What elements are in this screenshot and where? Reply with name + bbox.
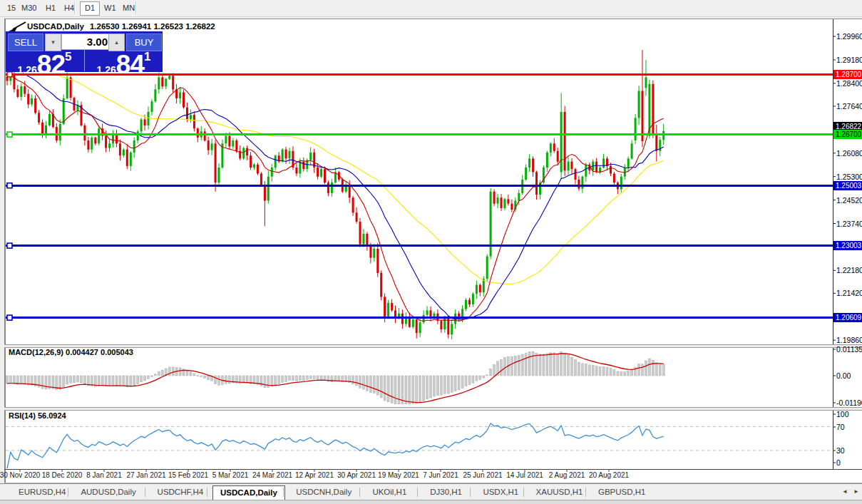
hline-price-tag: 1.20609 <box>833 313 862 322</box>
chart-tab-usdcad[interactable]: USDCAD,Daily <box>212 485 285 500</box>
macd-scale-label: -0.01190 <box>836 398 862 407</box>
price-axis-label: 1.19860 <box>836 336 862 344</box>
tab-separator <box>470 488 471 497</box>
price-axis-label: 1.26080 <box>836 149 862 158</box>
chart-ohlc-values: 1.26530 1.26941 1.26523 1.26822 <box>90 22 215 31</box>
rsi-label: RSI(14) 56.0924 <box>9 411 66 420</box>
price-axis-label: 1.29180 <box>836 56 862 64</box>
price-axis-label: 1.25300 <box>836 173 862 181</box>
price-axis-label: 1.24520 <box>836 196 862 205</box>
tab-separator <box>359 488 360 497</box>
buy-price: 1.26841 <box>85 50 163 72</box>
sell-price-big: 82 <box>37 50 65 79</box>
hline-handle[interactable] <box>7 243 12 248</box>
rsi-scale-label: 100 <box>836 410 849 418</box>
rsi-scale-label: 0 <box>836 458 841 467</box>
volume-input[interactable]: 3.00 <box>61 34 113 50</box>
chart-title: USDCAD,Daily1.26530 1.26941 1.26523 1.26… <box>27 22 221 31</box>
rsi-scale-label: 30 <box>836 446 845 455</box>
hline-price-tag: 1.28700 <box>833 70 862 79</box>
sell-price: 1.26825 <box>6 50 83 72</box>
price-axis-label: 1.22180 <box>836 266 862 274</box>
price-axis-label: 1.27640 <box>836 102 862 110</box>
hline-handle[interactable] <box>7 72 12 77</box>
hline-price-tag: 1.25003 <box>833 181 862 190</box>
buy-button[interactable]: BUY <box>126 34 162 51</box>
tabs-scroll-left-icon[interactable]: ◄ <box>842 488 848 495</box>
chevron-down-icon: ▾ <box>51 38 55 46</box>
buy-price-pipette: 1 <box>144 50 150 63</box>
chart-tab-usdchf[interactable]: USDCHF,H4 <box>150 485 211 499</box>
chart-tab-eurusd[interactable]: EURUSD,H4 <box>11 485 73 499</box>
volume-decrease-button[interactable]: ▾ <box>45 34 61 51</box>
price-axis-label: 1.29960 <box>836 32 862 41</box>
macd-scale-label: 0.01135 <box>836 345 862 354</box>
chart-tab-usdcnh[interactable]: USDCNH,Daily <box>289 485 359 499</box>
tabs-scroll-right-icon[interactable]: ► <box>853 488 859 495</box>
hline-handle[interactable] <box>7 315 12 320</box>
rsi-panel-splitter[interactable] <box>4 407 862 411</box>
date-axis-label: 20 Aug 2021 <box>577 471 641 479</box>
chart-tabbar: ◄ ► EURUSD,H4AUDUSD,DailyUSDCHF,H4USDCAD… <box>0 484 862 500</box>
volume-increase-button[interactable]: ▴ <box>108 34 125 51</box>
chart-tab-audusd[interactable]: AUDUSD,Daily <box>73 485 143 499</box>
chart-tab-usdx[interactable]: USDX,H1 <box>476 485 525 499</box>
chart-tab-dj30[interactable]: DJ30,H1 <box>423 485 469 499</box>
tab-separator <box>68 488 68 497</box>
sell-price-pipette: 5 <box>65 50 71 63</box>
hline-price-tag: 1.23003 <box>833 241 862 250</box>
hline-handle[interactable] <box>7 132 12 137</box>
chart-tab-ukoil[interactable]: UKOil,H1 <box>365 485 414 499</box>
chart-tab-gbpusd[interactable]: GBPUSD,H1 <box>591 485 652 499</box>
tab-separator <box>523 488 524 497</box>
chart-symbol-label: USDCAD,Daily <box>27 22 84 31</box>
sell-button[interactable]: SELL <box>8 34 43 51</box>
tab-separator <box>207 488 207 497</box>
rsi-scale-label: 70 <box>836 423 845 431</box>
sell-price-head: 1.26 <box>18 64 37 76</box>
price-axis-label: 1.21420 <box>836 289 862 297</box>
bottom-strip <box>0 500 862 504</box>
buy-price-head: 1.26 <box>97 64 116 76</box>
buy-price-big: 84 <box>116 50 144 79</box>
tab-separator <box>417 488 418 497</box>
chart-tab-xauusd[interactable]: XAUUSD,H1 <box>529 485 590 499</box>
macd-scale-label: 0.00 <box>836 371 851 380</box>
price-axis-label: 1.28400 <box>836 79 862 88</box>
tab-separator <box>585 488 586 497</box>
tab-separator <box>145 488 145 497</box>
macd-label: MACD(12,26,9) 0.004427 0.005043 <box>9 348 133 356</box>
one-click-trading-panel: SELL ▾ 3.00 ▴ BUY 1.26825 1.26841 <box>6 31 163 72</box>
hline-price-tag: 1.26700 <box>833 130 862 139</box>
price-axis-label: 1.23740 <box>836 220 862 228</box>
chevron-up-icon: ▴ <box>115 38 118 46</box>
tab-separator <box>283 488 284 497</box>
hline-handle[interactable] <box>7 183 12 188</box>
